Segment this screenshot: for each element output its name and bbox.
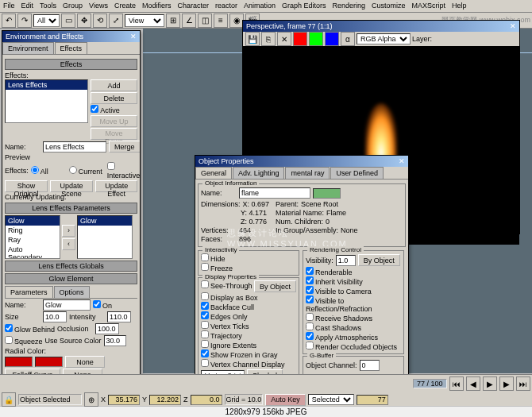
glow-size[interactable] [43, 311, 67, 322]
save-icon[interactable]: 💾 [245, 32, 260, 46]
by-object-button[interactable]: By Object [254, 280, 296, 292]
channel-select[interactable]: RGB Alpha [357, 33, 411, 44]
prev-frame-icon[interactable]: ◀ [466, 376, 480, 391]
menu-modifiers[interactable]: Modifiers [142, 2, 172, 10]
menu-create[interactable]: Create [114, 2, 136, 10]
key-mode-select[interactable]: Selected [308, 394, 354, 405]
clone-icon[interactable]: ⎘ [261, 32, 276, 46]
show-original-button[interactable]: Show Original [5, 180, 48, 192]
autokey-button[interactable]: Auto Key [265, 394, 306, 406]
menu-animation[interactable]: Animation [244, 2, 276, 10]
alpha-icon[interactable]: α [341, 32, 355, 46]
ignoreext-check [201, 340, 209, 348]
scale-icon[interactable]: ⤢ [109, 14, 123, 28]
menu-help[interactable]: Help [452, 2, 467, 10]
add-button[interactable]: Add [91, 79, 137, 91]
section-effects[interactable]: Effects [5, 59, 137, 70]
selection-filter[interactable]: All [33, 14, 60, 27]
green-channel-icon[interactable] [309, 32, 323, 46]
radial-none[interactable]: None [65, 356, 105, 368]
effects-list[interactable]: Lens Effects [5, 79, 88, 123]
tab-mentalray[interactable]: mental ray [285, 167, 330, 179]
tab-advlighting[interactable]: Adv. Lighting [233, 167, 284, 179]
menu-file[interactable]: File [3, 2, 15, 10]
render-titlebar[interactable]: Perspective, frame 77 (1:1) ✕ [243, 21, 519, 32]
tab-general[interactable]: General [195, 167, 232, 179]
main-menu[interactable]: File Edit Tools Group Views Create Modif… [0, 0, 532, 13]
update-effect-button[interactable]: Update Effect [95, 180, 137, 192]
z-coord[interactable]: 0.0 [191, 395, 222, 405]
select-icon[interactable]: ▭ [61, 14, 75, 28]
close-icon[interactable]: ✕ [510, 22, 516, 30]
obj-name-input[interactable] [239, 187, 310, 199]
trajectory-check [201, 330, 209, 338]
ref-coord[interactable]: View [125, 14, 164, 27]
move-icon[interactable]: ✥ [77, 14, 91, 28]
glow-intensity[interactable] [107, 311, 131, 322]
renderable-check [306, 267, 314, 275]
play-icon[interactable]: ▶ [483, 376, 497, 391]
menu-character[interactable]: Character [177, 2, 209, 10]
effect-name-input[interactable] [43, 141, 106, 153]
glow-name-input[interactable] [43, 299, 91, 311]
menu-reactor[interactable]: reactor [215, 2, 237, 10]
add-effect-icon[interactable]: › [62, 225, 75, 237]
snap-icon[interactable]: ⊞ [166, 14, 180, 28]
redo-icon[interactable]: ↷ [17, 14, 32, 28]
tab-userdefined[interactable]: User Defined [330, 167, 384, 179]
tab-parameters[interactable]: Parameters [5, 286, 53, 298]
lep-available[interactable]: Glow Ring Ray Auto Secondary Manual Seco… [5, 215, 60, 259]
section-leg[interactable]: Lens Effects Globals [5, 261, 137, 272]
glow-occlusion[interactable] [95, 323, 119, 334]
props-titlebar[interactable]: Object Properties ✕ [195, 156, 408, 167]
x-coord[interactable]: 35.176 [108, 395, 140, 405]
undo-icon[interactable]: ↶ [2, 14, 16, 28]
by-object-button-2[interactable]: By Object [358, 254, 400, 266]
menu-edit[interactable]: Edit [21, 2, 34, 10]
obj-color-swatch[interactable] [313, 188, 341, 199]
menu-customize[interactable]: Customize [372, 2, 406, 10]
section-glow[interactable]: Glow Element [5, 273, 137, 284]
close-icon[interactable]: ✕ [130, 33, 137, 41]
delete-button[interactable]: Delete [91, 92, 137, 104]
section-lep[interactable]: Lens Effects Parameters [5, 203, 137, 214]
goto-end-icon[interactable]: ⏭ [516, 376, 530, 391]
active-check[interactable]: Active [91, 105, 137, 114]
close-icon[interactable]: ✕ [399, 157, 405, 165]
objchannel-input[interactable] [360, 360, 380, 371]
angle-snap-icon[interactable]: ∠ [182, 14, 196, 28]
list-item[interactable]: Lens Effects [6, 80, 87, 90]
menu-group[interactable]: Group [63, 2, 83, 10]
update-scene-button[interactable]: Update Scene [50, 180, 94, 192]
menu-grapheditors[interactable]: Graph Editors [282, 2, 326, 10]
menu-maxscript[interactable]: MAXScript [412, 2, 446, 10]
goto-start-icon[interactable]: ⏮ [449, 376, 464, 391]
align-icon[interactable]: ≡ [214, 14, 228, 28]
tab-options[interactable]: Options [54, 286, 90, 298]
menu-views[interactable]: Views [89, 2, 108, 10]
moveup-button[interactable]: Move Up [91, 115, 137, 127]
blue-channel-icon[interactable] [325, 32, 339, 46]
absolute-icon[interactable]: ⊕ [84, 392, 98, 407]
tab-environment[interactable]: Environment [2, 42, 54, 54]
y-coord[interactable]: 12.202 [149, 395, 181, 405]
red-channel-icon[interactable] [293, 32, 307, 46]
frame-input[interactable]: 77 [357, 395, 388, 405]
rotate-icon[interactable]: ⟲ [93, 14, 107, 28]
clear-icon[interactable]: ✕ [277, 32, 291, 46]
next-frame-icon[interactable]: ▶ [499, 376, 514, 391]
menu-tools[interactable]: Tools [40, 2, 56, 10]
visibility-input[interactable] [336, 255, 356, 266]
movedown-button[interactable]: Move Down [91, 128, 137, 140]
radial-swatch-2[interactable] [35, 357, 63, 367]
remove-effect-icon[interactable]: ‹ [62, 238, 75, 250]
mirror-icon[interactable]: ◫ [198, 14, 212, 28]
radial-swatch-1[interactable] [5, 357, 33, 367]
tab-effects[interactable]: Effects [55, 42, 87, 54]
lep-active[interactable]: Glow [77, 215, 133, 259]
lock-icon[interactable]: 🔒 [2, 392, 16, 407]
use-source-val[interactable] [104, 335, 126, 346]
panel-titlebar[interactable]: Environment and Effects ✕ [2, 31, 140, 42]
menu-rendering[interactable]: Rendering [333, 2, 366, 10]
merge-button[interactable]: Merge [109, 141, 141, 153]
